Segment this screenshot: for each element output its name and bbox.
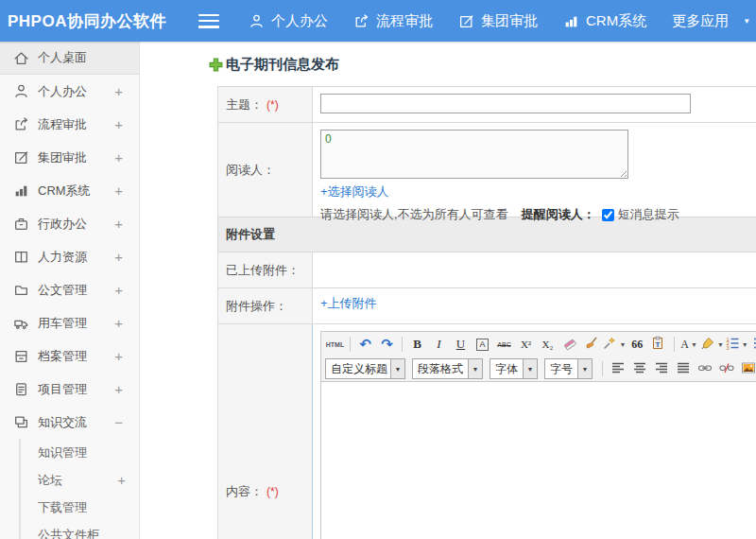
paste-text-button[interactable]: T [649,334,669,355]
sidebar-subitem-public-file-cabinet[interactable]: 公共文件柜 [21,521,139,539]
nav-item-label: 流程审批 [376,12,433,30]
sidebar-subitem-label: 论坛 [38,472,117,489]
sidebar-item-label: 个人办公 [38,83,114,100]
edit-icon [458,13,474,29]
select-readers-link[interactable]: +选择阅读人 [320,183,389,200]
source-code-button[interactable]: HTML [325,334,345,355]
nav-item-more-apps[interactable]: 更多应用▼ [672,12,750,30]
bold-button[interactable]: B [407,334,427,355]
dropdown-caret-icon: ▼ [691,341,697,348]
sidebar-item-label: 项目管理 [38,381,114,398]
editor-content-area[interactable] [321,381,756,539]
hamburger-menu-icon[interactable] [198,14,219,28]
undo-button[interactable]: ↶ [355,334,375,355]
subject-input[interactable] [320,94,691,113]
sidebar-item-personal-office[interactable]: 个人办公+ [0,75,139,108]
remove-format-button[interactable] [559,334,579,355]
sidebar-item-personal-desktop[interactable]: 个人桌面 [0,42,139,75]
sidebar-subitem-forum[interactable]: 论坛+ [21,466,139,494]
unlink-icon [719,360,734,378]
expand-plus-icon[interactable]: + [114,249,123,265]
sidebar-item-human-resources[interactable]: 人力资源+ [0,240,139,273]
unordered-list-button[interactable] [749,334,756,355]
align-right-button[interactable] [651,358,671,379]
sms-remind-checkbox[interactable] [602,209,614,221]
expand-plus-icon[interactable]: + [114,149,123,165]
nav-item-workflow-approval[interactable]: 流程审批 [353,12,433,30]
align-center-button[interactable] [629,358,649,379]
font-size-select[interactable]: 字号▼ [544,358,593,379]
subject-label: 主题： (*) [218,87,313,122]
expand-plus-icon[interactable]: + [114,116,123,132]
font-box-button[interactable]: A [472,334,492,355]
expand-plus-icon[interactable]: + [114,282,123,298]
upload-attachment-link[interactable]: +上传附件 [320,296,377,310]
sidebar-subitem-download-management[interactable]: 下载管理 [21,494,139,521]
nav-item-label: 集团审批 [481,12,538,30]
readers-textarea[interactable]: 0 [320,130,628,179]
expand-plus-icon[interactable]: + [114,381,123,397]
sidebar-item-label: 用车管理 [38,315,114,332]
remind-readers-label: 提醒阅读人： [522,206,595,223]
ordered-list-button[interactable]: 123▼ [725,334,747,355]
content-field: HTML↶↷BIUAABCX²X₂▼66TA▼▼123▼ 自定义标题▼段落格式▼… [313,324,756,539]
sidebar-subitem-knowledge-management[interactable]: 知识管理 [21,439,139,466]
expand-plus-icon[interactable]: + [114,216,123,232]
publish-form: 主题： (*) 阅读人： 0 +选择阅读人 请选择阅读人,不选为所有人可查看 提… [217,86,756,539]
insert-link-button[interactable] [695,358,714,379]
font-color-button[interactable]: A▼ [679,334,699,355]
highlight-color-button[interactable]: ▼ [701,334,724,355]
redo-button-glyph: ↷ [381,336,393,353]
sidebar-item-archive-management[interactable]: 档案管理+ [0,339,139,373]
blockquote-button[interactable]: 66 [627,334,647,355]
sidebar-item-vehicle-management[interactable]: 用车管理+ [0,306,139,339]
format-painter-button[interactable] [581,334,601,355]
readers-label: 阅读人： [218,123,313,217]
attachment-actions-row: 附件操作： +上传附件 [218,288,756,324]
remove-link-button[interactable] [716,358,736,379]
sidebar-item-project-management[interactable]: 项目管理+ [0,373,139,406]
subscript-button[interactable]: X₂ [538,334,558,355]
sidebar-item-group-approval[interactable]: 集团审批+ [0,141,139,174]
redo-button[interactable]: ↷ [377,334,397,355]
font-family-select[interactable]: 字体▼ [490,358,538,379]
toolbar-separator [602,361,603,376]
custom-heading-select[interactable]: 自定义标题▼ [325,358,405,379]
home-icon [13,50,29,66]
underline-button[interactable]: U [451,334,471,355]
sidebar-item-knowledge-exchange[interactable]: 知识交流− [0,406,139,439]
nav-item-label: 个人办公 [271,12,328,30]
highlighter-icon [700,336,715,354]
nav-item-group-approval[interactable]: 集团审批 [458,12,538,30]
svg-text:3: 3 [727,344,730,350]
paragraph-format-select[interactable]: 段落格式▼ [412,358,483,379]
sidebar-item-label: 知识交流 [38,414,114,431]
align-left-button[interactable] [608,358,627,379]
sidebar-item-admin-office[interactable]: 行政办公+ [0,207,139,240]
expand-plus-icon[interactable]: + [117,472,126,488]
collapse-minus-icon[interactable]: − [114,414,123,430]
sidebar-item-label: 公文管理 [38,282,114,299]
expand-plus-icon[interactable]: + [114,83,123,99]
nav-item-crm-system[interactable]: CRM系统 [563,12,646,30]
strikethrough-button[interactable]: ABC [494,334,514,355]
truck-icon [13,315,29,331]
readers-row: 阅读人： 0 +选择阅读人 请选择阅读人,不选为所有人可查看 提醒阅读人： 短消… [218,123,756,217]
expand-plus-icon[interactable]: + [114,315,123,331]
insert-image-button[interactable] [738,358,756,379]
expand-plus-icon[interactable]: + [114,183,123,199]
quick-format-button[interactable]: ▼ [603,334,626,355]
sidebar-item-label: 人力资源 [38,249,114,266]
align-justify-button[interactable] [673,358,693,379]
nav-item-personal-office[interactable]: 个人办公 [249,12,328,30]
chevron-down-icon: ▼ [577,359,592,378]
ordered-list-icon: 123 [725,336,740,354]
sidebar-item-crm-system[interactable]: CRM系统+ [0,174,139,207]
sidebar-item-workflow-approval[interactable]: 流程审批+ [0,108,139,141]
superscript-button[interactable]: X² [516,334,536,355]
sidebar-item-label: 集团审批 [38,149,114,166]
sidebar-item-document-management[interactable]: 公文管理+ [0,273,139,306]
italic-button[interactable]: I [429,334,449,355]
paste-icon: T [651,336,666,354]
expand-plus-icon[interactable]: + [114,348,123,364]
